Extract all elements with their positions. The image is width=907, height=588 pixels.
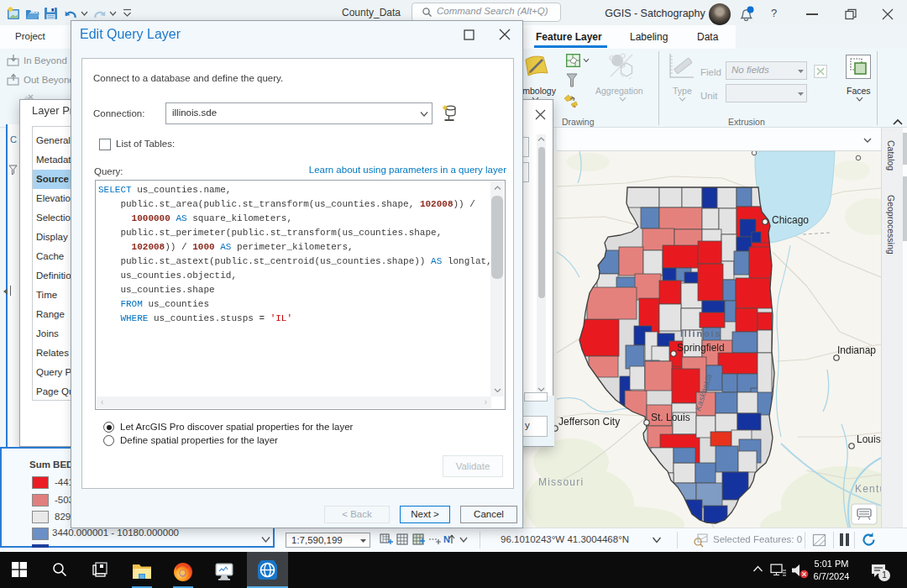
svg-text:Jefferson City: Jefferson City (558, 416, 620, 428)
svg-text:St. Louis: St. Louis (651, 412, 690, 423)
svg-text:Chicago: Chicago (772, 214, 809, 226)
svg-text:Illinois: Illinois (680, 328, 721, 339)
svg-text:Missouri: Missouri (538, 476, 584, 488)
svg-text:Indianap: Indianap (837, 344, 876, 356)
svg-text:Kentu: Kentu (855, 483, 881, 495)
svg-text:N: N (443, 534, 450, 544)
svg-text:Louis: Louis (857, 433, 881, 445)
svg-text:Springfield: Springfield (677, 342, 725, 354)
